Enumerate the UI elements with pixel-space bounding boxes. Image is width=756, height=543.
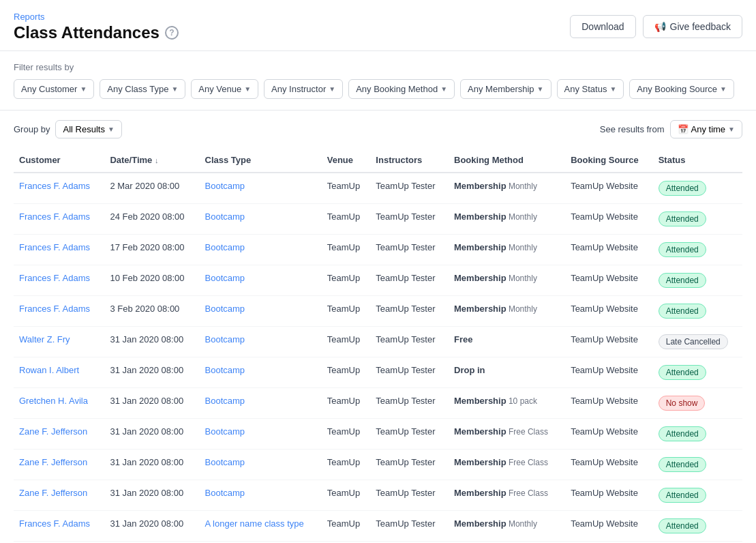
customer-link[interactable]: Rowan I. Albert <box>19 365 79 375</box>
filter-membership[interactable]: Any Membership▼ <box>460 79 551 99</box>
datetime-cell: 3 Feb 2020 08:00 <box>104 296 199 327</box>
table-row: Walter Z. Fry31 Jan 2020 08:00BootcampTe… <box>14 327 742 357</box>
time-dropdown[interactable]: 📅 Any time ▼ <box>670 120 742 138</box>
booking-method-detail: Free Class <box>506 427 548 437</box>
table-row: Frances F. Adams31 Jan 2020 08:00A longe… <box>14 511 742 542</box>
booking-method-label: Membership <box>454 457 506 467</box>
customer-link[interactable]: Frances F. Adams <box>19 181 90 191</box>
customer-link[interactable]: Gretchen H. Avila <box>19 396 88 406</box>
col-header-booking_method: Booking Method <box>449 148 565 173</box>
filter-class_type[interactable]: Any Class Type▼ <box>100 79 185 99</box>
see-results-control: See results from 📅 Any time ▼ <box>600 120 742 138</box>
class-type-link[interactable]: Bootcamp <box>205 365 245 375</box>
booking-method-label: Membership <box>454 396 506 406</box>
datetime-cell: 31 Jan 2020 08:00 <box>104 511 199 542</box>
datetime-cell: 31 Jan 2020 08:00 <box>104 450 199 480</box>
class-type-link[interactable]: A longer name class type <box>205 518 304 529</box>
class-type-link[interactable]: Bootcamp <box>205 396 245 406</box>
header-actions: Download 📢 Give feedback <box>570 15 742 38</box>
booking-method-cell: Membership Free Class <box>449 480 565 511</box>
table-row: Zane F. Jefferson31 Jan 2020 08:00Bootca… <box>14 450 742 480</box>
col-header-class_type: Class Type <box>200 148 322 173</box>
download-button[interactable]: Download <box>570 15 635 38</box>
booking-source-cell: TeamUp Website <box>565 327 653 357</box>
status-cell: Attended <box>653 480 742 511</box>
datetime-cell: 24 Feb 2020 08:00 <box>104 204 199 235</box>
class-type-link[interactable]: Bootcamp <box>205 488 245 498</box>
filter-booking_source[interactable]: Any Booking Source▼ <box>629 79 734 99</box>
booking-method-detail: Monthly <box>506 181 537 191</box>
venue-cell: TeamUp <box>322 480 371 511</box>
customer-link[interactable]: Zane F. Jefferson <box>19 426 87 437</box>
booking-source-cell: TeamUp Website <box>565 419 653 450</box>
class-type-link[interactable]: Bootcamp <box>205 242 245 252</box>
toolbar: Group by All Results ▼ See results from … <box>0 111 756 148</box>
customer-link[interactable]: Frances F. Adams <box>19 273 90 283</box>
help-icon[interactable]: ? <box>165 26 179 40</box>
datetime-cell: 31 Jan 2020 08:00 <box>104 388 199 419</box>
instructors-cell: TeamUp Tester <box>370 235 449 265</box>
booking-source-cell: TeamUp Website <box>565 357 653 388</box>
booking-method-detail: Monthly <box>506 304 537 314</box>
class-type-link[interactable]: Bootcamp <box>205 426 245 437</box>
col-header-booking_source: Booking Source <box>565 148 653 173</box>
class-type-link[interactable]: Bootcamp <box>205 457 245 467</box>
table-row: Frances F. Adams24 Feb 2020 08:00Bootcam… <box>14 204 742 235</box>
customer-link[interactable]: Frances F. Adams <box>19 242 90 252</box>
datetime-cell: 31 Jan 2020 08:00 <box>104 327 199 357</box>
header-left: Reports Class Attendances ? <box>14 11 179 42</box>
feedback-button[interactable]: 📢 Give feedback <box>643 15 743 38</box>
booking-method-cell: Membership Monthly <box>449 511 565 542</box>
attendances-table: CustomerDate/Time ↓Class TypeVenueInstru… <box>14 148 742 542</box>
col-header-venue: Venue <box>322 148 371 173</box>
venue-cell: TeamUp <box>322 235 371 265</box>
status-cell: Attended <box>653 511 742 542</box>
customer-link[interactable]: Zane F. Jefferson <box>19 488 87 498</box>
class-type-link[interactable]: Bootcamp <box>205 273 245 283</box>
class-type-link[interactable]: Bootcamp <box>205 334 245 344</box>
filter-venue[interactable]: Any Venue▼ <box>191 79 258 99</box>
status-cell: Attended <box>653 357 742 388</box>
venue-cell: TeamUp <box>322 419 371 450</box>
see-results-label: See results from <box>600 124 665 134</box>
class-type-link[interactable]: Bootcamp <box>205 211 245 222</box>
group-by-label: Group by <box>14 124 50 134</box>
class-type-link[interactable]: Bootcamp <box>205 181 245 191</box>
filter-status[interactable]: Any Status▼ <box>557 79 624 99</box>
group-by-dropdown[interactable]: All Results ▼ <box>55 120 121 138</box>
filter-booking_method[interactable]: Any Booking Method▼ <box>348 79 455 99</box>
class-type-link[interactable]: Bootcamp <box>205 304 245 314</box>
instructors-cell: TeamUp Tester <box>370 327 449 357</box>
filter-customer[interactable]: Any Customer▼ <box>14 79 94 99</box>
status-cell: Attended <box>653 173 742 204</box>
filter-instructor[interactable]: Any Instructor▼ <box>264 79 343 99</box>
instructors-cell: TeamUp Tester <box>370 296 449 327</box>
booking-method-label: Membership <box>454 518 506 529</box>
venue-cell: TeamUp <box>322 388 371 419</box>
customer-link[interactable]: Frances F. Adams <box>19 518 90 529</box>
table-row: Frances F. Adams17 Feb 2020 08:00Bootcam… <box>14 235 742 265</box>
table-body: Frances F. Adams2 Mar 2020 08:00Bootcamp… <box>14 173 742 542</box>
datetime-cell: 10 Feb 2020 08:00 <box>104 265 199 296</box>
group-by-control: Group by All Results ▼ <box>14 120 122 138</box>
venue-cell: TeamUp <box>322 265 371 296</box>
chevron-down-icon: ▼ <box>440 85 447 93</box>
booking-method-cell: Membership 10 pack <box>449 388 565 419</box>
booking-method-label: Membership <box>454 181 506 191</box>
booking-source-cell: TeamUp Website <box>565 296 653 327</box>
customer-link[interactable]: Frances F. Adams <box>19 211 90 222</box>
table-row: Rowan I. Albert31 Jan 2020 08:00Bootcamp… <box>14 357 742 388</box>
table-row: Frances F. Adams3 Feb 2020 08:00Bootcamp… <box>14 296 742 327</box>
instructors-cell: TeamUp Tester <box>370 388 449 419</box>
customer-link[interactable]: Zane F. Jefferson <box>19 457 87 467</box>
status-badge: Attended <box>659 211 706 226</box>
chevron-down-icon: ▼ <box>80 85 87 93</box>
customer-link[interactable]: Frances F. Adams <box>19 304 90 314</box>
customer-link[interactable]: Walter Z. Fry <box>19 334 70 344</box>
breadcrumb[interactable]: Reports <box>14 12 45 22</box>
table-header: CustomerDate/Time ↓Class TypeVenueInstru… <box>14 148 742 173</box>
col-header-datetime[interactable]: Date/Time ↓ <box>104 148 199 173</box>
chevron-down-icon: ▼ <box>244 85 251 93</box>
booking-method-cell: Membership Monthly <box>449 235 565 265</box>
status-cell: Attended <box>653 296 742 327</box>
